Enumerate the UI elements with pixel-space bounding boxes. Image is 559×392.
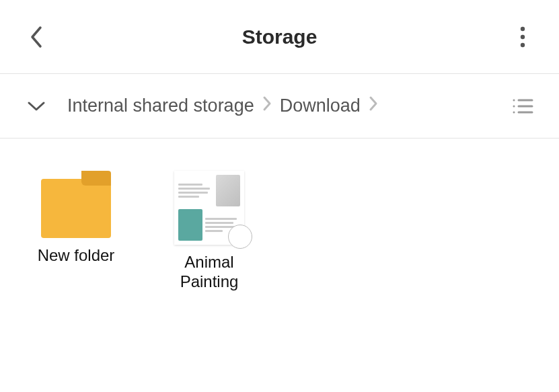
svg-point-2 [521, 42, 525, 46]
back-button[interactable] [22, 22, 51, 52]
breadcrumb: Internal shared storage Download [67, 95, 508, 116]
svg-point-3 [513, 99, 515, 101]
grid-item-folder[interactable]: New folder [26, 171, 126, 266]
chevron-down-icon [27, 100, 46, 112]
chevron-right-icon [369, 95, 378, 116]
item-label: Animal Painting [159, 253, 260, 292]
grid-item-file[interactable]: Animal Painting [159, 171, 260, 292]
selection-circle[interactable] [228, 225, 252, 249]
more-button[interactable] [508, 22, 537, 52]
breadcrumb-collapse-button[interactable] [22, 91, 51, 121]
item-label: New folder [38, 246, 115, 266]
view-list-button[interactable] [508, 91, 537, 121]
svg-point-7 [513, 111, 515, 113]
folder-icon [41, 171, 111, 238]
page-title: Storage [51, 26, 508, 48]
breadcrumb-item[interactable]: Download [280, 95, 361, 116]
breadcrumb-bar: Internal shared storage Download [0, 74, 559, 139]
chevron-right-icon [262, 95, 272, 116]
chevron-left-icon [28, 25, 44, 49]
list-view-icon [512, 98, 533, 114]
svg-point-1 [521, 34, 525, 38]
svg-point-5 [513, 105, 515, 107]
file-grid: New folder [0, 139, 559, 324]
more-vertical-icon [519, 25, 526, 49]
breadcrumb-item[interactable]: Internal shared storage [67, 95, 254, 116]
svg-point-0 [521, 26, 525, 30]
app-header: Storage [0, 0, 559, 74]
document-thumbnail [174, 171, 244, 245]
